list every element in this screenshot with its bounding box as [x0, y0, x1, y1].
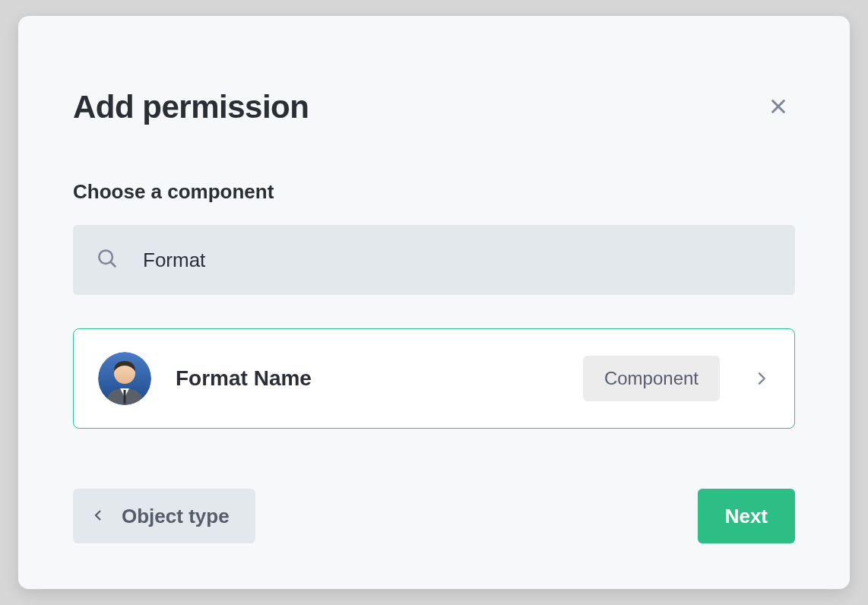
add-permission-modal: Add permission Choose a component	[18, 16, 850, 589]
component-badge: Component	[583, 356, 720, 401]
chevron-right-icon	[753, 370, 770, 387]
svg-rect-6	[124, 390, 126, 404]
close-button[interactable]	[762, 90, 795, 125]
modal-title: Add permission	[73, 89, 309, 125]
back-button[interactable]: Object type	[73, 489, 255, 543]
result-name: Format Name	[176, 366, 583, 391]
modal-header: Add permission	[73, 89, 795, 125]
close-icon	[768, 96, 789, 119]
back-button-label: Object type	[122, 505, 230, 528]
svg-point-2	[99, 250, 112, 264]
avatar	[98, 352, 151, 405]
chevron-left-icon	[91, 508, 122, 524]
component-search-input[interactable]	[143, 249, 772, 272]
modal-footer: Object type Next	[73, 489, 795, 543]
result-item[interactable]: Format Name Component	[73, 328, 795, 429]
svg-line-3	[111, 262, 116, 268]
search-icon	[96, 247, 119, 273]
component-search-box[interactable]	[73, 225, 795, 295]
section-label: Choose a component	[73, 180, 795, 204]
next-button[interactable]: Next	[698, 489, 795, 543]
